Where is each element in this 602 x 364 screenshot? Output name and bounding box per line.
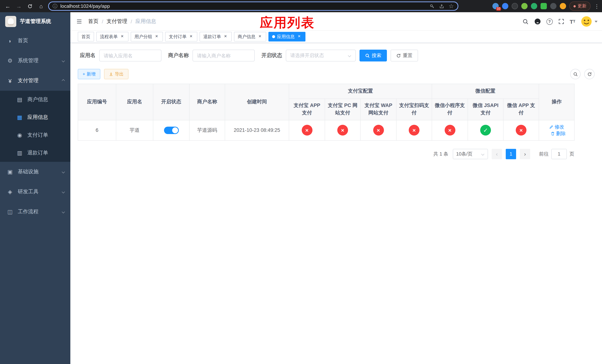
- tab-pay-orders[interactable]: 支付订单 ×: [165, 32, 197, 42]
- search-button-label: 搜索: [372, 52, 381, 59]
- search-button[interactable]: 搜索: [359, 50, 387, 62]
- sidebar-item-app-info[interactable]: ▦ 应用信息: [0, 108, 70, 126]
- close-icon[interactable]: ×: [188, 34, 194, 39]
- close-icon[interactable]: ×: [223, 34, 228, 39]
- extension-icon[interactable]: [550, 3, 557, 9]
- goto-page-input[interactable]: [551, 149, 567, 159]
- github-icon[interactable]: [534, 18, 541, 25]
- order-icon: ◉: [16, 132, 23, 139]
- sidebar-item-merchant-info[interactable]: ▤ 商户信息: [0, 91, 70, 108]
- bookmark-star-icon[interactable]: ☆: [449, 3, 454, 10]
- sidebar-item-workflow[interactable]: ◫ 工作流程: [0, 202, 70, 222]
- extension-icon[interactable]: [521, 3, 527, 9]
- status-select[interactable]: 请选择开启状态: [286, 50, 356, 62]
- close-icon[interactable]: ×: [257, 34, 262, 39]
- delete-button[interactable]: 删除: [550, 130, 566, 137]
- alipay-scan-disabled-icon: ×: [409, 125, 419, 136]
- sidebar-toggle-button[interactable]: [70, 18, 88, 24]
- sidebar-item-payment[interactable]: ¥ 支付管理: [0, 71, 70, 91]
- extension-icon[interactable]: [560, 3, 566, 9]
- share-icon[interactable]: [439, 3, 444, 9]
- app-logo: [5, 16, 16, 27]
- tags-view-bar: 首页 流程表单 × 用户分组 × 支付订单 × 退款订单 ×: [70, 31, 602, 43]
- breadcrumb-separator: /: [131, 18, 132, 24]
- close-icon[interactable]: ×: [154, 34, 159, 39]
- table-row: 6 芋道 芋道源码 2021-10-23 08:49:25 × × × × ×: [78, 120, 574, 140]
- extension-icon[interactable]: [502, 3, 508, 9]
- merchant-name-input[interactable]: [193, 50, 255, 62]
- edit-button[interactable]: 修改: [549, 124, 564, 130]
- url-text: localhost:1024/pay/app: [60, 3, 426, 9]
- extension-icon[interactable]: [531, 3, 537, 9]
- site-info-icon[interactable]: ⓘ: [53, 3, 57, 10]
- breadcrumb-section[interactable]: 支付管理: [107, 18, 127, 25]
- sidebar-item-home[interactable]: ◗ 首页: [0, 31, 70, 51]
- app-logo-row: 芋道管理系统: [0, 12, 70, 31]
- toggle-search-button[interactable]: [570, 69, 580, 79]
- browser-home-button[interactable]: ⌂: [35, 1, 47, 11]
- sidebar-item-infrastructure[interactable]: ▣ 基础设施: [0, 162, 70, 182]
- tab-label: 退款订单: [203, 33, 221, 40]
- add-button[interactable]: + 新增: [78, 69, 100, 79]
- page-number-button[interactable]: 1: [506, 149, 516, 159]
- reload-icon: [27, 3, 32, 9]
- user-menu[interactable]: [581, 16, 598, 27]
- address-bar[interactable]: ⓘ localhost:1024/pay/app ☆: [48, 1, 458, 11]
- yuan-icon: ¥: [7, 78, 13, 84]
- browser-menu-icon[interactable]: ⋮: [594, 3, 600, 9]
- active-dot-icon: [272, 35, 275, 38]
- prev-page-button[interactable]: ‹: [492, 149, 502, 159]
- sidebar: 芋道管理系统 ◗ 首页 ⚙ 系统管理 ¥ 支付管理: [0, 12, 70, 364]
- sidebar-item-pay-orders[interactable]: ◉ 支付订单: [0, 126, 70, 144]
- app-name-input[interactable]: [99, 50, 161, 62]
- tab-merchant-info[interactable]: 商户信息 ×: [234, 32, 266, 42]
- col-header-actions: 操作: [539, 84, 574, 120]
- browser-update-button[interactable]: 更新: [570, 1, 591, 11]
- search-icon: [573, 72, 578, 76]
- tab-refund-orders[interactable]: 退款订单 ×: [200, 32, 232, 42]
- col-header-alipay-wap: 支付宝 WAP 网站支付: [360, 99, 396, 120]
- tab-process-form[interactable]: 流程表单 ×: [96, 32, 129, 42]
- refresh-table-button[interactable]: [584, 69, 595, 79]
- sidebar-submenu-payment: ▤ 商户信息 ▦ 应用信息 ◉ 支付订单 ▥ 退款订单: [0, 91, 70, 162]
- sidebar-item-refund-orders[interactable]: ▥ 退款订单: [0, 144, 70, 162]
- password-key-icon[interactable]: [429, 3, 434, 9]
- page-annotation: 应用列表: [260, 14, 315, 32]
- table-toolbar: + 新增 导出: [78, 69, 595, 79]
- breadcrumb-home[interactable]: 首页: [88, 18, 98, 25]
- sidebar-item-dev-tools[interactable]: ◈ 研发工具: [0, 182, 70, 202]
- fullscreen-icon[interactable]: [558, 19, 564, 24]
- browser-forward-button[interactable]: →: [13, 1, 24, 11]
- export-button[interactable]: 导出: [104, 69, 129, 79]
- close-icon[interactable]: ×: [297, 34, 302, 39]
- close-icon[interactable]: ×: [119, 34, 125, 39]
- browser-reload-button[interactable]: [24, 1, 35, 11]
- tab-label: 支付订单: [169, 33, 187, 40]
- extension-icon[interactable]: 10: [492, 3, 499, 9]
- help-icon[interactable]: ?: [546, 18, 553, 25]
- font-size-icon[interactable]: TT: [570, 19, 575, 24]
- browser-back-button[interactable]: ←: [2, 1, 13, 11]
- grid-icon: ▦: [16, 114, 23, 121]
- tab-user-groups[interactable]: 用户分组 ×: [131, 32, 163, 42]
- chevron-down-icon: [62, 210, 65, 214]
- chevron-down-icon: [348, 54, 351, 57]
- col-header-app-id: 应用编号: [78, 84, 116, 120]
- extension-icon[interactable]: [540, 3, 547, 9]
- goto-page-group: 前往 页: [539, 149, 574, 159]
- tab-home[interactable]: 首页: [78, 32, 94, 42]
- status-toggle[interactable]: [164, 127, 179, 134]
- next-page-button[interactable]: ›: [520, 149, 530, 159]
- sidebar-item-system[interactable]: ⚙ 系统管理: [0, 51, 70, 71]
- navbar-actions: ? TT: [522, 12, 598, 31]
- extension-icon[interactable]: [512, 3, 518, 9]
- page-size-select[interactable]: 10条/页: [453, 149, 488, 159]
- tab-app-info[interactable]: 应用信息 ×: [269, 32, 305, 42]
- wechat-mini-disabled-icon: ×: [444, 125, 455, 136]
- edit-button-label: 修改: [555, 124, 564, 130]
- card-icon: ▤: [16, 96, 23, 103]
- reset-button[interactable]: 重置: [391, 50, 418, 62]
- avatar: [581, 16, 592, 27]
- search-icon[interactable]: [522, 18, 528, 25]
- pagination: 共 1 条 10条/页 ‹ 1 › 前往 页: [78, 149, 574, 159]
